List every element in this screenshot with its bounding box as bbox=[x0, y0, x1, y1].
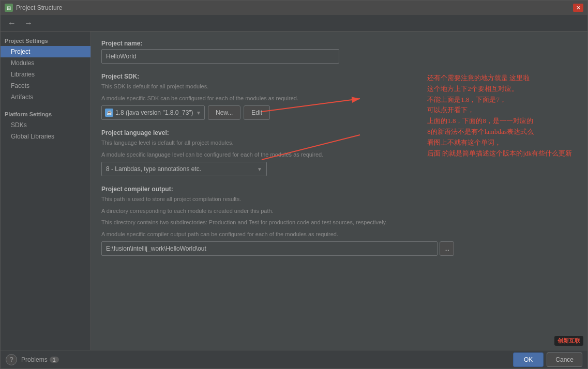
sdk-dropdown[interactable]: ☕ 1.8 (java version "1.8.0_73") ▼ bbox=[101, 105, 205, 120]
project-structure-window: ⊞ Project Structure ✕ ← → Project Settin… bbox=[0, 0, 588, 369]
project-name-label: Project name: bbox=[101, 40, 577, 47]
project-settings-header: Project Settings bbox=[1, 34, 91, 46]
cancel-button[interactable]: Cance bbox=[547, 352, 582, 367]
problems-section[interactable]: Problems 1 bbox=[21, 356, 59, 363]
compiler-desc4: A module specific compiler output path c… bbox=[101, 230, 577, 239]
sidebar-item-artifacts[interactable]: Artifacts bbox=[1, 91, 91, 103]
sidebar-item-project[interactable]: Project bbox=[1, 46, 91, 57]
language-dropdown-arrow: ▼ bbox=[257, 166, 262, 172]
bottom-bar: ? Problems 1 OK Cance bbox=[1, 350, 587, 368]
window-title: Project Structure bbox=[16, 4, 62, 11]
compiler-output-path-input[interactable] bbox=[101, 241, 438, 256]
window-icon: ⊞ bbox=[5, 4, 13, 12]
path-row: ... bbox=[101, 241, 577, 256]
sidebar-item-facets-label: Facets bbox=[11, 82, 29, 89]
compiler-desc2: A directory corresponding to each module… bbox=[101, 207, 577, 216]
project-name-group: Project name: bbox=[101, 40, 577, 64]
annotation-line-2: 这个地方上下2个要相互对应。 bbox=[427, 84, 572, 95]
sidebar-item-artifacts-label: Artifacts bbox=[11, 94, 33, 101]
project-name-input[interactable] bbox=[101, 49, 339, 64]
sidebar-item-modules[interactable]: Modules bbox=[1, 57, 91, 69]
title-bar: ⊞ Project Structure ✕ bbox=[1, 1, 587, 15]
annotation-line-8: 后面 的就是简单描述这个版本的jdk有些什么更新 bbox=[427, 148, 572, 159]
sidebar-item-global-libraries-label: Global Libraries bbox=[11, 133, 54, 140]
sidebar-item-sdks-label: SDKs bbox=[11, 121, 27, 129]
watermark: 创新互联 bbox=[554, 336, 583, 346]
bottom-left: ? Problems 1 bbox=[6, 354, 59, 365]
sdk-edit-button[interactable]: Edit bbox=[244, 105, 270, 120]
sdk-icon: ☕ bbox=[105, 109, 113, 117]
annotation-line-3: 不能上面是1.8，下面是7， bbox=[427, 95, 572, 105]
platform-settings-header: Platform Settings bbox=[1, 107, 91, 119]
annotation-line-1: 还有个需要注意的地方就是 这里啦 bbox=[427, 73, 572, 84]
problems-badge: 1 bbox=[50, 357, 59, 363]
content-area: Project name: Project SDK: This SDK is d… bbox=[91, 32, 587, 350]
compiler-desc1: This path is used to store all project c… bbox=[101, 195, 577, 204]
sidebar-item-project-label: Project bbox=[11, 48, 30, 55]
forward-button[interactable]: → bbox=[21, 18, 36, 29]
sidebar: Project Settings Project Modules Librari… bbox=[1, 32, 91, 350]
browse-button[interactable]: ... bbox=[440, 241, 454, 256]
bottom-right: OK Cance bbox=[513, 352, 582, 367]
annotation-overlay: 还有个需要注意的地方就是 这里啦 这个地方上下2个要相互对应。 不能上面是1.8… bbox=[427, 73, 572, 159]
close-button[interactable]: ✕ bbox=[573, 4, 583, 12]
language-dropdown[interactable]: 8 - Lambdas, type annotations etc. ▼ bbox=[101, 162, 267, 176]
compiler-output-label: Project compiler output: bbox=[101, 186, 577, 193]
annotation-line-7: 看图上不就有这个单词， bbox=[427, 137, 572, 148]
language-value: 8 - Lambdas, type annotations etc. bbox=[106, 165, 201, 173]
sdk-new-button[interactable]: New... bbox=[208, 105, 240, 120]
sidebar-item-libraries[interactable]: Libraries bbox=[1, 69, 91, 80]
sidebar-item-modules-label: Modules bbox=[11, 59, 34, 67]
compiler-desc3: This directory contains two subdirectori… bbox=[101, 218, 577, 227]
sidebar-item-libraries-label: Libraries bbox=[11, 71, 35, 78]
compiler-output-group: Project compiler output: This path is us… bbox=[101, 186, 577, 256]
back-button[interactable]: ← bbox=[5, 18, 19, 29]
main-content: Project Settings Project Modules Librari… bbox=[1, 32, 587, 350]
help-button[interactable]: ? bbox=[6, 354, 17, 365]
toolbar: ← → bbox=[1, 15, 587, 32]
sdk-value: 1.8 (java version "1.8.0_73") bbox=[115, 109, 193, 116]
annotation-line-5: 上面的1.8，下面的8，是一一对应的 bbox=[427, 116, 572, 127]
title-bar-left: ⊞ Project Structure bbox=[5, 4, 62, 12]
sidebar-item-sdks[interactable]: SDKs bbox=[1, 119, 91, 131]
sdk-dropdown-arrow: ▼ bbox=[196, 110, 201, 116]
sidebar-item-global-libraries[interactable]: Global Libraries bbox=[1, 131, 91, 142]
sidebar-item-facets[interactable]: Facets bbox=[1, 80, 91, 91]
annotation-line-6: 8的新语法不是有个lambdas表达式么 bbox=[427, 127, 572, 137]
annotation-line-4: 可以点开看下， bbox=[427, 105, 572, 116]
ok-button[interactable]: OK bbox=[513, 352, 544, 367]
problems-label: Problems bbox=[21, 356, 48, 363]
